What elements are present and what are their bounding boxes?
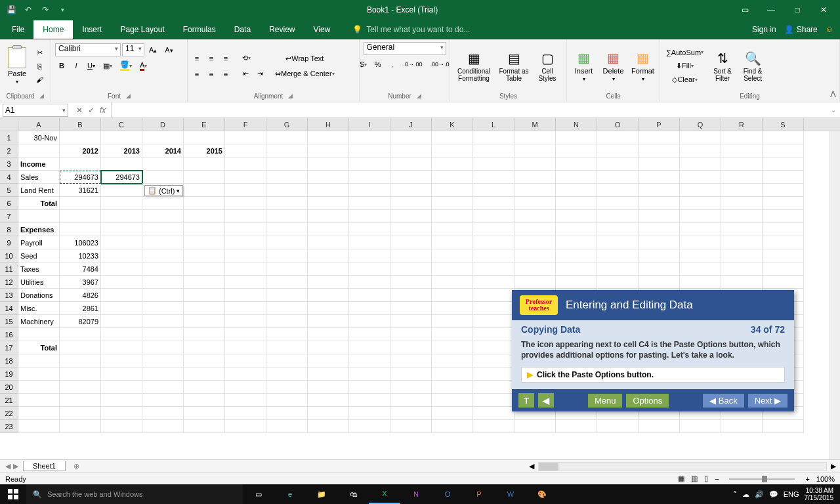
cell[interactable]: [18, 328, 60, 341]
cell[interactable]: [101, 249, 142, 262]
font-size-select[interactable]: 11: [122, 43, 144, 56]
cell[interactable]: [349, 223, 390, 236]
cell[interactable]: [390, 289, 432, 302]
cell[interactable]: [142, 394, 184, 407]
alignment-dialog-launcher[interactable]: ◢: [288, 93, 293, 99]
cell[interactable]: [225, 341, 266, 354]
cell[interactable]: [721, 420, 763, 433]
cell[interactable]: [349, 131, 390, 144]
cell[interactable]: [432, 236, 473, 249]
cell[interactable]: [763, 210, 804, 223]
cell[interactable]: 30-Nov: [18, 131, 60, 144]
cell[interactable]: [308, 210, 349, 223]
cell[interactable]: [390, 328, 432, 341]
cell[interactable]: [514, 249, 556, 262]
cell[interactable]: [763, 249, 804, 262]
cell[interactable]: [390, 354, 432, 368]
row-header[interactable]: 6: [0, 197, 18, 210]
cell[interactable]: [639, 420, 680, 433]
row-header[interactable]: 11: [0, 262, 18, 276]
cell[interactable]: [266, 394, 308, 407]
cell[interactable]: [473, 407, 514, 420]
cell[interactable]: [514, 223, 556, 236]
cell[interactable]: [142, 210, 184, 223]
cell[interactable]: [308, 394, 349, 407]
cell[interactable]: [18, 420, 60, 433]
cell[interactable]: [266, 236, 308, 249]
cell[interactable]: 2861: [60, 302, 101, 315]
tab-page-layout[interactable]: Page Layout: [111, 20, 173, 39]
cell[interactable]: [473, 368, 514, 381]
cell[interactable]: [597, 249, 639, 262]
cell[interactable]: [514, 420, 556, 433]
column-header[interactable]: C: [101, 118, 142, 131]
cell[interactable]: [184, 381, 225, 394]
cell[interactable]: [721, 144, 763, 158]
edge-icon[interactable]: e: [274, 484, 306, 504]
cell[interactable]: [225, 407, 266, 420]
cell[interactable]: [266, 381, 308, 394]
cell[interactable]: [473, 394, 514, 407]
cell[interactable]: [639, 210, 680, 223]
cell[interactable]: [266, 420, 308, 433]
cell[interactable]: 2015: [184, 144, 225, 158]
font-dialog-launcher[interactable]: ◢: [126, 93, 131, 99]
cell[interactable]: [184, 131, 225, 144]
cell[interactable]: [349, 302, 390, 315]
cell[interactable]: [184, 394, 225, 407]
cell[interactable]: [763, 236, 804, 249]
row-header[interactable]: 22: [0, 407, 18, 420]
cell[interactable]: [432, 131, 473, 144]
paste-button[interactable]: Paste ▾: [3, 43, 32, 89]
store-icon[interactable]: 🛍: [337, 484, 369, 504]
cell[interactable]: 7484: [60, 262, 101, 276]
tutorial-next-button[interactable]: Next ▶: [748, 394, 788, 408]
cell[interactable]: 10233: [60, 249, 101, 262]
cell[interactable]: [349, 249, 390, 262]
cell[interactable]: [514, 144, 556, 158]
cell[interactable]: [597, 223, 639, 236]
cell[interactable]: [60, 381, 101, 394]
cell[interactable]: Payroll: [18, 236, 60, 249]
cell[interactable]: [101, 420, 142, 433]
cell[interactable]: [101, 394, 142, 407]
cell[interactable]: [184, 289, 225, 302]
save-icon[interactable]: 💾: [4, 3, 18, 17]
cell[interactable]: [514, 276, 556, 289]
cell[interactable]: [514, 236, 556, 249]
cell[interactable]: [473, 236, 514, 249]
cell[interactable]: [390, 197, 432, 210]
cell[interactable]: [680, 276, 721, 289]
autosum-button[interactable]: ∑ AutoSum: [663, 47, 707, 58]
cell[interactable]: [101, 354, 142, 368]
merge-center-button[interactable]: ⇔ Merge & Center: [272, 68, 338, 80]
cell[interactable]: [60, 131, 101, 144]
normal-view-icon[interactable]: ▦: [678, 474, 684, 483]
cell[interactable]: [225, 315, 266, 328]
outlook-icon[interactable]: O: [432, 484, 463, 504]
font-name-select[interactable]: Calibri: [55, 43, 121, 56]
cell[interactable]: [18, 368, 60, 381]
cell[interactable]: [432, 276, 473, 289]
onenote-icon[interactable]: N: [400, 484, 432, 504]
cell[interactable]: [308, 223, 349, 236]
underline-button[interactable]: U ▾: [84, 59, 98, 72]
cell[interactable]: [721, 236, 763, 249]
tutorial-menu-button[interactable]: Menu: [588, 394, 623, 408]
cell[interactable]: [680, 236, 721, 249]
cell[interactable]: [18, 210, 60, 223]
cell[interactable]: [721, 249, 763, 262]
cell[interactable]: [597, 276, 639, 289]
cell[interactable]: [349, 341, 390, 354]
cell[interactable]: [349, 184, 390, 197]
cell[interactable]: [225, 381, 266, 394]
cell[interactable]: [349, 368, 390, 381]
cell[interactable]: [184, 407, 225, 420]
cell[interactable]: [142, 381, 184, 394]
cell[interactable]: [225, 171, 266, 184]
zoom-out-icon[interactable]: −: [715, 475, 719, 483]
format-cells-button[interactable]: ▦Format▾: [629, 43, 657, 89]
cell[interactable]: [266, 249, 308, 262]
cell[interactable]: [349, 381, 390, 394]
cell[interactable]: [349, 394, 390, 407]
